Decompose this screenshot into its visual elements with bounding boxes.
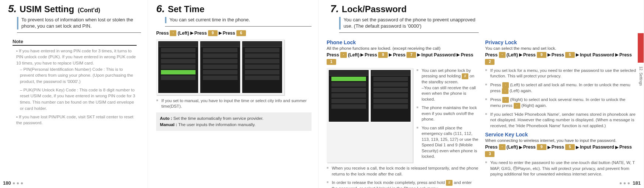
sec6-screens bbox=[156, 39, 312, 95]
note-text: If you have lost PIN/PUK code, visit SKT… bbox=[16, 115, 133, 125]
sec5-heading: 5. USIM Setting (Cont'd) bbox=[8, 3, 141, 15]
key-dot-icon: · bbox=[502, 82, 509, 88]
sec6-heading: 6. Set Time bbox=[156, 3, 312, 15]
phone-lock-side: You can set phone lock by pressing and h… bbox=[416, 68, 479, 163]
sec5-num: 5. bbox=[8, 3, 17, 15]
press-word: Press bbox=[393, 52, 405, 58]
privacy-desc: You can select the menu and set lock. bbox=[485, 46, 637, 51]
press-word: Press bbox=[461, 52, 473, 58]
note-text: If you have entered in wrong PIN code fo… bbox=[16, 49, 136, 65]
key-9-icon: 9 bbox=[537, 52, 546, 58]
bullet-text: Press bbox=[490, 83, 501, 87]
note-sublist: PIN(Personal Identification Number) Code… bbox=[20, 66, 137, 112]
key-6-icon: 6 bbox=[236, 30, 246, 36]
manual-value: The user inputs the information manually… bbox=[178, 122, 256, 127]
page-number-left: 180●●● bbox=[3, 180, 26, 186]
sec7-intro-row: You can set the password of the phone to… bbox=[339, 17, 479, 33]
key-hash-icon: # bbox=[462, 73, 468, 79]
page-num: 181 bbox=[633, 180, 641, 186]
sec6-bullets: If you set to manual, you have to input … bbox=[156, 98, 312, 109]
arrow-icon: ▶ bbox=[615, 52, 618, 57]
service-desc: When connecting to wireless internet, yo… bbox=[485, 138, 637, 143]
intro-bar-icon bbox=[165, 17, 166, 23]
phone-screen bbox=[200, 41, 240, 93]
arrow-icon: ▶ bbox=[519, 145, 522, 150]
press-word: Press bbox=[552, 52, 564, 58]
press-word: Press bbox=[552, 145, 564, 150]
phone-lock-screens-row: You can set phone lock by pressing and h… bbox=[327, 68, 479, 163]
intro-bar-icon bbox=[17, 17, 18, 29]
service-press: Press · (Left) ▶ Press 9 ▶ Press 5 ▶ Inp… bbox=[485, 144, 637, 157]
phone-screen bbox=[158, 41, 198, 93]
key-dot-icon: · bbox=[170, 30, 176, 36]
arrow-icon: ▶ bbox=[457, 52, 460, 57]
press-word: Press bbox=[365, 52, 377, 58]
dots-icon: ●●● bbox=[619, 180, 631, 186]
page-mid: 6. Set Time You can set current time in … bbox=[148, 0, 319, 188]
manual-label: Manual : bbox=[160, 122, 177, 127]
arrow-icon: ▶ bbox=[519, 52, 522, 57]
key-5-icon: 5 bbox=[565, 144, 575, 150]
bullet-text: (Left) again. bbox=[510, 88, 532, 93]
bullet-item: The phone maintains the lock even if you… bbox=[416, 105, 479, 122]
intro-bar-icon bbox=[339, 17, 341, 29]
key-9-icon: 9 bbox=[378, 52, 388, 58]
privacy-press: Press · (Left) ▶ Press 9 ▶ Press 5 ▶ Inp… bbox=[485, 52, 637, 65]
sec5-title: USIM Setting bbox=[20, 4, 74, 14]
press-input: Input Password bbox=[421, 52, 455, 58]
sec7-title: Lock/Password bbox=[342, 4, 407, 14]
key-3-icon: 3 bbox=[485, 151, 495, 157]
phone-lock-desc: All the phone functions are locked. (exc… bbox=[327, 46, 479, 51]
press-word: Press bbox=[156, 31, 169, 36]
auto-manual-box: Auto : Set the time automatically from s… bbox=[156, 112, 312, 131]
arrow-icon: ▶ bbox=[548, 52, 550, 57]
arrow-icon: ▶ bbox=[548, 145, 550, 150]
phone-screen bbox=[371, 70, 411, 122]
key-dot-icon: · bbox=[514, 103, 520, 109]
privacy-bullets: If you set lock for a menu, you need to … bbox=[485, 68, 637, 129]
note-item: • If you have lost PIN/PUK code, visit S… bbox=[16, 114, 137, 126]
phone-screens bbox=[156, 39, 284, 95]
privacy-service-col: Privacy Lock You can select the menu and… bbox=[485, 36, 637, 188]
sec6-press: Press · (Left) ▶ Press 9 ▶ Press 6 bbox=[156, 30, 312, 36]
auto-value: Set the time automatically from service … bbox=[173, 116, 264, 121]
sec7-num: 7. bbox=[330, 3, 339, 15]
key-dot-icon: · bbox=[502, 88, 508, 94]
key-2-icon: 2 bbox=[485, 59, 495, 65]
service-heading: Service Key Lock bbox=[485, 132, 637, 137]
arrow-icon: ▶ bbox=[615, 145, 618, 150]
key-dot-icon: · bbox=[502, 97, 509, 103]
sec5-suffix: (Cont'd) bbox=[78, 7, 100, 14]
key-dot-icon: · bbox=[499, 144, 506, 150]
bullet-text: –You can still receive the call even whe… bbox=[422, 86, 476, 101]
key-hash-icon: # bbox=[446, 180, 453, 186]
chapter-tab-label: 12. Settings bbox=[639, 66, 643, 86]
phone-screens bbox=[327, 68, 413, 163]
arrow-icon: ▶ bbox=[360, 52, 363, 57]
arrow-icon: ▶ bbox=[389, 52, 392, 57]
bullet-text: In order to release the lock mode comple… bbox=[332, 180, 445, 185]
bullet-item: You need to enter the password to use th… bbox=[485, 160, 637, 177]
bullet-item: If you set to manual, you have to input … bbox=[156, 98, 312, 109]
bullet-item: If you set lock for a menu, you need to … bbox=[485, 68, 637, 79]
press-input: Input Password bbox=[580, 145, 614, 150]
bullet-item: You can still place the emergency calls … bbox=[416, 125, 479, 160]
phone-screen bbox=[242, 41, 282, 93]
note-sub-item: PUK(PIN Unlock Key) Code : This code is … bbox=[20, 87, 137, 112]
arrow-icon: ▶ bbox=[190, 31, 193, 35]
phone-screen bbox=[329, 70, 369, 122]
press-word: Press bbox=[327, 52, 339, 58]
press-word: Press bbox=[619, 52, 632, 58]
sec7-heading: 7. Lock/Password bbox=[330, 3, 637, 15]
auto-label: Auto : bbox=[160, 116, 172, 121]
key-5-icon: 5 bbox=[565, 52, 575, 58]
press-word: Press bbox=[485, 145, 497, 150]
press-word: Press bbox=[223, 31, 235, 36]
sec6-intro: You can set current time in the phone. bbox=[169, 17, 250, 23]
sec7-intro: You can set the password of the phone to… bbox=[344, 17, 479, 29]
press-word: Press bbox=[523, 52, 536, 58]
key-dot-icon: · bbox=[499, 52, 506, 58]
bullet-item: You can set phone lock by pressing and h… bbox=[416, 68, 479, 102]
sec6-num: 6. bbox=[156, 3, 165, 15]
press-left: (Left) bbox=[348, 52, 359, 58]
